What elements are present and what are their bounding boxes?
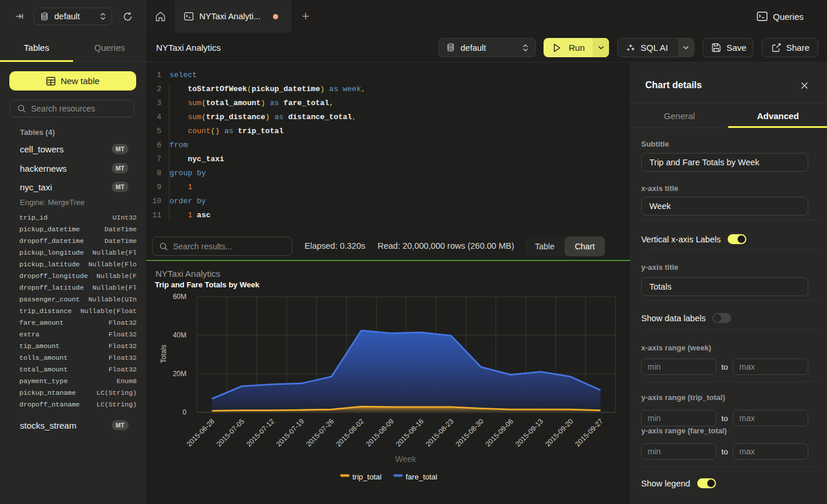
svg-text:40M: 40M — [173, 331, 186, 339]
svg-text:Week: Week — [395, 454, 417, 464]
svg-text:2015-08-30: 2015-08-30 — [454, 417, 486, 449]
svg-text:2015-08-02: 2015-08-02 — [334, 417, 366, 449]
svg-text:2015-09-20: 2015-09-20 — [544, 417, 575, 449]
svg-text:2015-09-06: 2015-09-06 — [484, 417, 515, 449]
svg-text:20M: 20M — [173, 370, 186, 378]
svg-text:2015-09-27: 2015-09-27 — [573, 417, 605, 449]
svg-text:2015-06-28: 2015-06-28 — [185, 417, 216, 449]
svg-text:2015-07-19: 2015-07-19 — [275, 417, 306, 449]
svg-text:trip_total: trip_total — [352, 472, 382, 481]
svg-text:2015-07-12: 2015-07-12 — [245, 417, 276, 449]
svg-text:2015-08-23: 2015-08-23 — [424, 417, 456, 449]
svg-text:Totals: Totals — [160, 345, 168, 363]
svg-text:2015-07-05: 2015-07-05 — [215, 417, 247, 449]
svg-text:2015-08-16: 2015-08-16 — [394, 417, 425, 449]
svg-text:2015-08-09: 2015-08-09 — [364, 417, 396, 449]
svg-text:2015-07-26: 2015-07-26 — [304, 417, 336, 449]
svg-text:fare_total: fare_total — [406, 472, 437, 481]
svg-text:60M: 60M — [173, 293, 186, 301]
svg-text:0: 0 — [182, 408, 186, 416]
svg-text:2015-09-13: 2015-09-13 — [514, 417, 545, 449]
